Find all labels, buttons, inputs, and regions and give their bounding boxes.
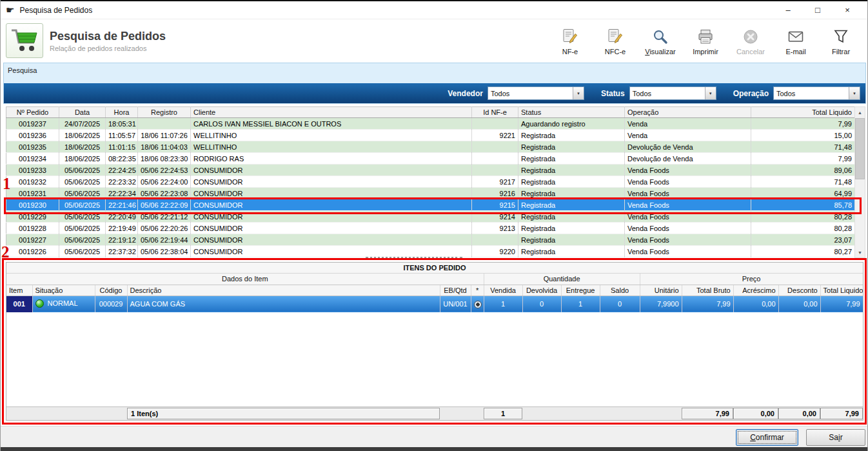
order-cell-id-nfe[interactable]: 9217 <box>472 176 518 188</box>
order-cell-registro[interactable]: 05/06 22:19:44 <box>138 234 191 246</box>
order-cell-hora[interactable]: 22:21:46 <box>106 199 138 211</box>
order-cell-id-nfe[interactable] <box>472 165 518 176</box>
order-row-0019237[interactable]: 001923724/07/202518:05:31CARLOS IVAN MES… <box>6 118 855 130</box>
operacao-select[interactable]: Todos ▼ <box>773 86 860 100</box>
column-header-hora[interactable]: Hora <box>106 107 138 118</box>
item-cell-total-liquido[interactable]: 7,99 <box>820 296 863 312</box>
nfe-button[interactable]: NF-e <box>551 26 589 55</box>
order-cell-hora[interactable]: 22:22:34 <box>106 188 138 199</box>
column-header-situacao[interactable]: Situação <box>32 285 95 296</box>
item-cell-total-bruto[interactable]: 7,99 <box>682 296 733 312</box>
orders-scrollbar[interactable]: ▲ ▼ <box>854 106 865 258</box>
order-cell-operacao[interactable]: Venda <box>625 118 751 130</box>
order-cell-status[interactable]: Registrada <box>518 176 625 188</box>
nfce-button[interactable]: NFC-e <box>597 26 634 55</box>
order-cell-total-liquido[interactable]: 71,48 <box>751 176 855 188</box>
item-cell-saldo[interactable]: 0 <box>600 296 640 312</box>
order-cell-status[interactable]: Registrada <box>518 223 625 234</box>
order-cell-pedido[interactable]: 0019227 <box>6 234 59 246</box>
order-cell-pedido[interactable]: 0019230 <box>6 199 59 211</box>
order-cell-registro[interactable]: 18/06 11:04:03 <box>138 141 191 153</box>
order-cell-total-liquido[interactable]: 15,00 <box>751 130 855 141</box>
order-cell-status[interactable]: Registrada <box>518 130 625 141</box>
order-row-0019236[interactable]: 001923618/06/202511:05:5718/06 11:07:26W… <box>6 130 855 141</box>
order-cell-hora[interactable]: 22:23:32 <box>106 176 138 188</box>
order-row-0019226[interactable]: 001922605/06/202522:37:3205/06 22:38:04C… <box>6 246 855 257</box>
chevron-down-icon[interactable]: ▼ <box>573 87 584 99</box>
order-cell-cliente[interactable]: RODRIGO RAS <box>191 153 472 165</box>
order-cell-hora[interactable]: 22:37:32 <box>106 246 138 257</box>
scroll-down-icon[interactable]: ▼ <box>855 247 865 257</box>
order-cell-total-liquido[interactable]: 7,99 <box>751 118 855 130</box>
order-cell-pedido[interactable]: 0019232 <box>6 176 59 188</box>
order-cell-pedido[interactable]: 0019234 <box>6 153 59 165</box>
order-cell-id-nfe[interactable]: 9216 <box>472 188 518 199</box>
item-cell-desconto[interactable]: 0,00 <box>778 296 820 312</box>
close-button[interactable]: × <box>833 2 862 19</box>
imprimir-button[interactable]: Imprimir <box>687 26 724 55</box>
scroll-thumb[interactable] <box>855 118 865 179</box>
order-row-0019231[interactable]: 001923105/06/202522:22:3405/06 22:23:08C… <box>6 188 855 199</box>
order-cell-registro[interactable]: 05/06 22:24:53 <box>138 165 191 176</box>
order-cell-registro[interactable]: 05/06 22:20:26 <box>138 223 191 234</box>
order-cell-operacao[interactable]: Venda Foods <box>625 234 751 246</box>
order-cell-total-liquido[interactable]: 80,28 <box>751 211 855 223</box>
column-header-total-liquido[interactable]: Total Liquido <box>751 107 855 118</box>
order-cell-cliente[interactable]: CONSUMIDOR <box>191 211 472 223</box>
order-cell-pedido[interactable]: 0019231 <box>6 188 59 199</box>
order-cell-data[interactable]: 05/06/2025 <box>59 165 106 176</box>
item-cell-descricao[interactable]: AGUA COM GÁS <box>127 296 440 312</box>
order-cell-operacao[interactable]: Venda Foods <box>625 176 751 188</box>
order-cell-id-nfe[interactable]: 9220 <box>472 246 518 257</box>
exit-button[interactable]: Sair <box>806 429 865 446</box>
order-cell-hora[interactable]: 18:05:31 <box>106 118 138 130</box>
order-cell-cliente[interactable]: WELLITINHO <box>191 141 472 153</box>
order-cell-pedido[interactable]: 0019226 <box>6 246 59 257</box>
column-header-item[interactable]: Item <box>6 285 32 296</box>
order-cell-status[interactable]: Registrada <box>518 246 625 257</box>
order-cell-data[interactable]: 24/07/2025 <box>59 118 106 130</box>
item-cell-situacao[interactable]: NORMAL <box>32 296 95 312</box>
order-cell-cliente[interactable]: CONSUMIDOR <box>191 199 472 211</box>
order-cell-pedido[interactable]: 0019236 <box>6 130 59 141</box>
order-cell-status[interactable]: Registrada <box>518 199 625 211</box>
order-cell-id-nfe[interactable]: 9214 <box>472 211 518 223</box>
order-row-0019229[interactable]: 001922905/06/202522:20:4905/06 22:21:12C… <box>6 211 855 223</box>
column-header-registro[interactable]: Registro <box>138 107 191 118</box>
order-cell-data[interactable]: 05/06/2025 <box>59 211 106 223</box>
order-cell-cliente[interactable]: CONSUMIDOR <box>191 176 472 188</box>
order-cell-status[interactable]: Registrada <box>518 234 625 246</box>
order-cell-operacao[interactable]: Venda Foods <box>625 223 751 234</box>
order-cell-cliente[interactable]: CARLOS IVAN MESSIEL BIACON E OUTROS <box>191 118 472 130</box>
order-cell-hora[interactable]: 11:01:15 <box>106 141 138 153</box>
order-cell-operacao[interactable]: Devolução de Venda <box>625 141 751 153</box>
column-header-eb-qtd[interactable]: EB/Qtd <box>440 285 471 296</box>
column-header-star[interactable]: * <box>471 285 484 296</box>
order-cell-total-liquido[interactable]: 80,27 <box>751 246 855 257</box>
radio-icon[interactable] <box>474 301 482 308</box>
order-cell-id-nfe[interactable]: 9213 <box>472 223 518 234</box>
order-cell-total-liquido[interactable]: 64,99 <box>751 188 855 199</box>
column-header-unitario[interactable]: Unitário <box>640 285 682 296</box>
order-cell-cliente[interactable]: CONSUMIDOR <box>191 223 472 234</box>
splitter-handle[interactable] <box>366 257 462 259</box>
chevron-down-icon[interactable]: ▼ <box>705 87 716 99</box>
confirm-button[interactable]: Confirmar <box>736 429 798 446</box>
order-cell-status[interactable]: Registrada <box>518 153 625 165</box>
order-cell-data[interactable]: 05/06/2025 <box>59 246 106 257</box>
column-header-codigo[interactable]: Código <box>95 285 127 296</box>
minimize-button[interactable]: – <box>773 2 803 19</box>
item-cell-vendida[interactable]: 1 <box>484 296 522 312</box>
column-header-vendida[interactable]: Vendida <box>484 285 522 296</box>
order-cell-total-liquido[interactable]: 71,48 <box>751 141 855 153</box>
vendedor-select[interactable]: Todos ▼ <box>488 86 584 100</box>
order-cell-hora[interactable]: 22:19:12 <box>106 234 138 246</box>
order-cell-registro[interactable]: 05/06 22:38:04 <box>138 246 191 257</box>
order-cell-operacao[interactable]: Venda Foods <box>625 199 751 211</box>
order-cell-pedido[interactable]: 0019233 <box>6 165 59 176</box>
order-cell-data[interactable]: 05/06/2025 <box>59 223 106 234</box>
order-cell-registro[interactable] <box>138 118 191 130</box>
column-header-pedido[interactable]: Nº Pedido <box>6 107 59 118</box>
item-row[interactable]: 001 NORMAL 000029 AGUA COM GÁS UN/001 1 … <box>6 296 863 312</box>
item-cell-entregue[interactable]: 1 <box>561 296 600 312</box>
